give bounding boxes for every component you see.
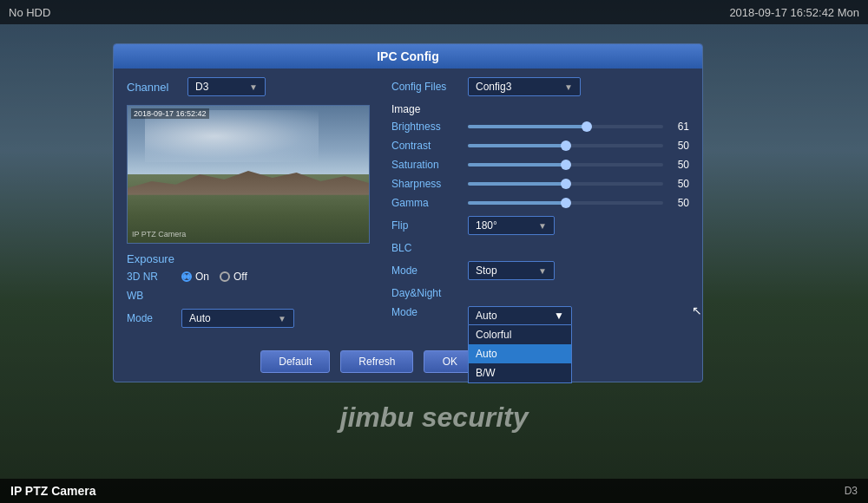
option-bw[interactable]: B/W [469,363,571,382]
flip-arrow-icon: ▼ [538,221,547,231]
blc-mode-select[interactable]: Stop ▼ [468,261,555,280]
sliders-container: Brightness 61 Contrast [391,121,689,209]
day-night-options: Colorful Auto B/W [468,325,572,383]
day-night-row: Day&Night [391,287,689,299]
day-night-mode-row: Mode Auto ▼ Colorful Auto B/W ↖ [391,306,689,325]
gamma-thumb[interactable] [561,198,571,208]
contrast-slider-container: 50 [468,140,689,152]
blc-mode-row: Mode Stop ▼ [391,261,689,280]
wb-mode-row: Mode Auto ▼ [127,309,378,328]
sharpness-row: Sharpness 50 [391,178,689,190]
day-night-mode-select[interactable]: Auto ▼ [468,306,572,325]
blc-mode-arrow-icon: ▼ [538,266,547,276]
left-panel: Channel D3 ▼ 2018-09-17 16:52:42 IP PTZ … [127,77,378,335]
datetime-label: 2018-09-17 16:52:42 Mon [729,6,859,19]
config-files-row: Config Files Config3 ▼ [391,77,689,96]
brightness-value: 61 [670,121,689,133]
nr-on-label: On [195,271,209,283]
option-colorful[interactable]: Colorful [469,325,571,344]
saturation-slider-container: 50 [468,159,689,171]
sharpness-thumb[interactable] [561,179,571,189]
wb-mode-value: Auto [189,312,211,324]
config-files-label: Config Files [391,81,461,93]
gamma-track[interactable] [468,201,663,205]
channel-id-label: D3 [845,485,858,497]
refresh-button[interactable]: Refresh [340,350,413,373]
gamma-label: Gamma [391,197,461,209]
nr-off-radio[interactable]: Off [220,271,247,283]
blc-mode-value: Stop [476,265,497,277]
nr-on-dot [181,271,192,282]
sharpness-label: Sharpness [391,178,461,190]
contrast-track[interactable] [468,144,663,147]
nr-row: 3D NR On Off [127,271,378,283]
contrast-label: Contrast [391,140,461,152]
watermark: jimbu security [340,402,529,434]
day-night-label: Day&Night [391,287,461,299]
contrast-thumb[interactable] [561,140,571,151]
channel-arrow-icon: ▼ [249,82,258,92]
nr-off-dot [220,271,230,282]
dialog-title: IPC Config [114,44,702,69]
channel-label: Channel [127,81,179,94]
bottom-bar: IP PTZ Camera D3 [0,479,868,503]
brightness-track[interactable] [468,125,663,128]
brightness-row: Brightness 61 [391,121,689,133]
no-hdd-label: No HDD [9,6,50,19]
gamma-row: Gamma 50 [391,197,689,209]
gamma-fill [468,201,566,205]
sharpness-value: 50 [670,178,689,190]
saturation-row: Saturation 50 [391,159,689,171]
wb-mode-select[interactable]: Auto ▼ [181,309,294,328]
wb-mode-arrow-icon: ▼ [278,314,286,323]
day-night-arrow-icon: ▼ [554,310,564,322]
flip-value: 180° [476,219,497,232]
flip-label: Flip [391,219,461,232]
wb-label: WB [127,290,174,302]
contrast-row: Contrast 50 [391,140,689,152]
nr-off-label: Off [233,271,247,283]
action-buttons: Default Refresh OK Cancel [114,350,702,373]
saturation-thumb[interactable] [561,160,571,170]
channel-row: Channel D3 ▼ [127,77,378,96]
default-button[interactable]: Default [260,350,330,373]
brightness-label: Brightness [391,121,461,133]
flip-row: Flip 180° ▼ [391,216,689,235]
camera-label: IP PTZ Camera [10,484,96,498]
option-auto[interactable]: Auto [469,344,571,363]
contrast-fill [468,144,566,147]
channel-select[interactable]: D3 ▼ [187,77,266,96]
camera-watermark-label: IP PTZ Camera [132,230,186,238]
sharpness-fill [468,182,566,186]
wb-mode-label: Mode [127,312,174,324]
day-night-mode-value: Auto [476,310,497,322]
top-bar: No HDD 2018-09-17 16:52:42 Mon [0,0,868,24]
sharpness-slider-container: 50 [468,178,689,190]
right-panel: Config Files Config3 ▼ Image Brightness [391,77,689,335]
saturation-value: 50 [670,159,689,171]
config-files-select[interactable]: Config3 ▼ [468,77,581,96]
nr-radio-group: On Off [181,271,247,283]
brightness-thumb[interactable] [582,121,592,132]
nr-on-radio[interactable]: On [181,271,209,283]
blc-label: BLC [391,242,461,254]
flip-select[interactable]: 180° ▼ [468,216,555,235]
sharpness-track[interactable] [468,182,663,186]
blc-row: BLC [391,242,689,254]
saturation-fill [468,163,566,167]
nr-label: 3D NR [127,271,174,283]
exposure-section-label: Exposure [127,252,378,265]
image-section-label: Image [391,103,689,115]
dialog-body: Channel D3 ▼ 2018-09-17 16:52:42 IP PTZ … [114,69,702,343]
ipc-config-dialog: IPC Config Channel D3 ▼ 2018-09-17 16:52… [113,43,703,382]
camera-preview: 2018-09-17 16:52:42 IP PTZ Camera [127,105,370,244]
contrast-value: 50 [670,140,689,152]
config-files-arrow-icon: ▼ [564,82,573,92]
blc-mode-label: Mode [391,265,461,277]
wb-row: WB [127,290,378,302]
brightness-slider-container: 61 [468,121,689,133]
camera-timestamp: 2018-09-17 16:52:42 [131,108,209,119]
saturation-label: Saturation [391,159,461,171]
saturation-track[interactable] [468,163,663,167]
channel-value: D3 [195,81,208,93]
